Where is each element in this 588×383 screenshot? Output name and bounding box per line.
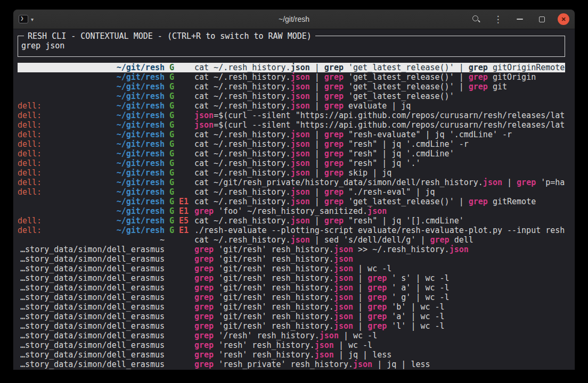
history-row[interactable]: dell:~/git/reshGcat ~/git/resh_private/h… — [18, 178, 565, 187]
command-token: json — [194, 111, 214, 120]
command-token: grep — [368, 302, 387, 312]
status-flag: G — [169, 139, 174, 149]
history-row[interactable]: dell:~/git/reshGcat ~/.resh_history.json… — [18, 149, 565, 159]
app-menu-button[interactable]: ▾ — [19, 15, 34, 23]
minimize-icon — [517, 19, 523, 20]
history-row[interactable]: ~/git/reshGcat ~/.resh_history.json | gr… — [18, 82, 565, 91]
command-token: | — [310, 149, 324, 159]
command-token: grep — [194, 293, 214, 302]
command-token: >> ~/.resh_history. — [353, 245, 450, 254]
history-row[interactable]: …story_data/simon/dell_erasmusgrep 'resh… — [18, 360, 565, 369]
search-button[interactable] — [470, 13, 482, 26]
host-label: dell: — [18, 216, 42, 226]
history-row[interactable]: ~/git/reshG E1cat ~/.resh_history.json |… — [18, 197, 565, 206]
status-flag: G — [169, 206, 174, 216]
command-token: 'get_latest_release()' | — [344, 82, 469, 91]
history-row[interactable]: dell:~/git/reshGcat ~/.resh_history.json… — [18, 159, 565, 168]
history-row[interactable]: …story_data/simon/dell_erasmusgrep 'git/… — [18, 293, 565, 302]
command-token: grep — [469, 63, 488, 72]
directory-label: …story_data/simon/dell_erasmus — [20, 264, 165, 273]
command-token: ' s' | wc -l — [387, 273, 449, 283]
command-text: grep 'git/resh' resh_history.json — [194, 254, 565, 264]
command-token: | — [310, 159, 324, 168]
command-token: "resh" | jq '.' — [344, 159, 421, 168]
flags-cell — [165, 302, 194, 312]
history-row[interactable]: dell:~/git/reshGcat ~/.resh_history.json… — [18, 101, 565, 111]
history-row[interactable]: ~/git/reshGcat ~/.resh_history.json | gr… — [18, 91, 565, 101]
host-label: dell: — [18, 111, 42, 120]
history-row[interactable]: …story_data/simon/dell_erasmusgrep 'resh… — [18, 340, 565, 350]
command-token: grep — [368, 321, 387, 331]
history-row[interactable]: dell:~/git/reshGjson=$(curl --silent "ht… — [18, 111, 565, 120]
context-cell: …story_data/simon/dell_erasmus — [18, 312, 165, 321]
close-button[interactable]: ✕ — [558, 13, 569, 25]
history-row[interactable]: dell:~/git/reshGjson=$(curl --silent "ht… — [18, 120, 565, 130]
command-token: json — [194, 120, 214, 130]
command-token: json — [291, 149, 310, 159]
history-list: ~/git/reshGcat ~/.resh_history.json | gr… — [18, 63, 565, 369]
command-text: cat ~/.resh_history.json | grep "resh-ev… — [194, 130, 565, 139]
history-row[interactable]: ~/git/reshG E1grep 'foo' ~/resh_history_… — [18, 206, 565, 216]
history-row[interactable]: …story_data/simon/dell_erasmusgrep 'git/… — [18, 302, 565, 312]
history-row[interactable]: …story_data/simon/dell_erasmusgrep 'git/… — [18, 264, 565, 273]
history-row[interactable]: …story_data/simon/dell_erasmusgrep 'resh… — [18, 350, 565, 360]
command-token: json — [291, 72, 310, 82]
search-icon — [472, 15, 480, 23]
context-cell: …story_data/simon/dell_erasmus — [18, 321, 165, 331]
history-row[interactable]: dell:~/git/reshGcat ~/.resh_history.json… — [18, 139, 565, 149]
status-flag: G — [169, 82, 174, 91]
history-row[interactable]: dell:~/git/reshG E1./resh-evaluate --plo… — [18, 226, 565, 235]
command-token: grep — [469, 82, 488, 91]
context-cell: dell:~/git/resh — [18, 216, 165, 226]
directory-label: ~/git/resh — [117, 72, 165, 82]
command-token: grep — [194, 283, 214, 293]
status-flag: G — [169, 149, 174, 159]
history-row[interactable]: …story_data/simon/dell_erasmusgrep 'git/… — [18, 273, 565, 283]
command-token: json — [291, 159, 310, 168]
command-token: json — [291, 63, 310, 72]
flags-cell: G — [165, 91, 194, 101]
command-text: grep 'git/resh' resh_history.json | grep… — [194, 283, 565, 293]
command-token: grep — [194, 360, 214, 369]
command-token: cat ~/.resh_history. — [194, 72, 291, 82]
command-token: json — [334, 321, 353, 331]
history-row[interactable]: …story_data/simon/dell_erasmusgrep 'git/… — [18, 254, 565, 264]
command-token: json — [334, 245, 353, 254]
command-token: 'p=ha — [536, 178, 565, 187]
search-query-input[interactable]: grep json — [21, 41, 561, 51]
history-row[interactable]: …story_data/simon/dell_erasmusgrep 'git/… — [18, 321, 565, 331]
history-row[interactable]: dell:~/git/reshGcat ~/.resh_history.json… — [18, 130, 565, 139]
history-row[interactable]: …story_data/simon/dell_erasmusgrep 'git/… — [18, 245, 565, 254]
history-row[interactable]: …story_data/simon/dell_erasmusgrep 'git/… — [18, 283, 565, 293]
flags-cell: G — [165, 130, 194, 139]
restore-button[interactable] — [536, 13, 548, 26]
flags-cell: G — [165, 187, 194, 197]
history-row[interactable]: …story_data/simon/dell_erasmusgrep '/res… — [18, 331, 565, 340]
command-token: grep — [194, 206, 214, 216]
minimize-button[interactable] — [514, 13, 526, 26]
command-token: 'git/resh' resh_history. — [214, 312, 334, 321]
history-row[interactable]: dell:~/git/reshGcat ~/.resh_history.json… — [18, 168, 565, 178]
directory-label: …story_data/simon/dell_erasmus — [20, 254, 165, 264]
restore-icon — [539, 16, 545, 22]
history-row[interactable]: ~/git/reshGcat ~/.resh_history.json | gr… — [18, 63, 565, 72]
command-token: 'resh' resh_history. — [214, 350, 315, 360]
command-text: cat ~/.resh_history.json | grep "./resh-… — [194, 187, 565, 197]
history-row[interactable]: dell:~/git/reshG E5cat ~/.resh_history.j… — [18, 216, 565, 226]
history-row[interactable]: …story_data/simon/dell_erasmusgrep 'git/… — [18, 312, 565, 321]
directory-label: …story_data/simon/dell_erasmus — [20, 302, 165, 312]
directory-label: ~/git/resh — [117, 187, 165, 197]
directory-label: ~/git/resh — [117, 111, 165, 120]
status-flag: G — [169, 159, 174, 168]
command-token: dell — [450, 235, 473, 245]
command-token: | — [310, 139, 324, 149]
flags-cell: G — [165, 63, 194, 72]
command-text: cat ~/.resh_history.json | grep 'get_lat… — [194, 63, 565, 72]
menu-button[interactable]: ⋮ — [492, 13, 504, 26]
history-row[interactable]: dell:~/git/reshGcat ~/.resh_history.json… — [18, 187, 565, 197]
flags-cell: G — [165, 159, 194, 168]
context-cell: dell:~/git/resh — [18, 130, 165, 139]
directory-label: ~/git/resh — [117, 82, 165, 91]
history-row[interactable]: ~cat ~/.resh_history.json | sed 's/dell/… — [18, 235, 565, 245]
history-row[interactable]: ~/git/reshGcat ~/.resh_history.json | gr… — [18, 72, 565, 82]
